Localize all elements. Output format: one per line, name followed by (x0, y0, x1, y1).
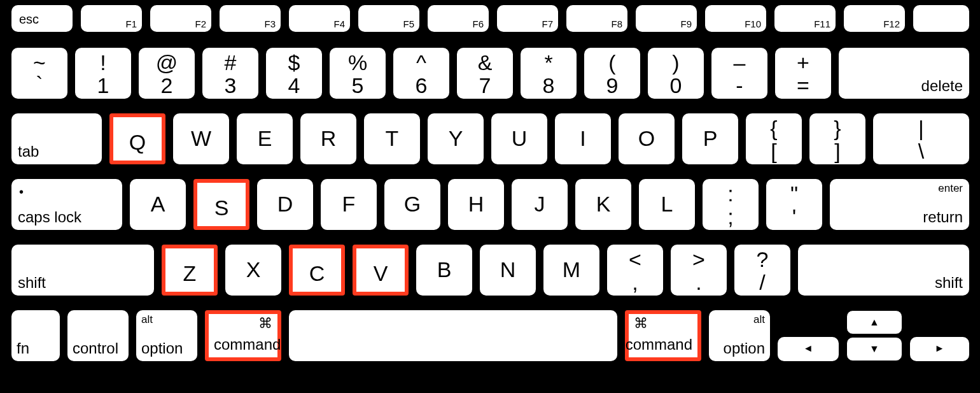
key-backslash[interactable]: | \ (873, 113, 969, 164)
key-control[interactable]: control (67, 310, 129, 361)
key-3[interactable]: # 3 (202, 48, 258, 99)
key-u[interactable]: U (491, 113, 547, 164)
key-power[interactable] (913, 5, 969, 32)
key-lower: ; (727, 206, 733, 227)
key-5[interactable]: % 5 (330, 48, 386, 99)
key-p[interactable]: P (682, 113, 738, 164)
key-7[interactable]: & 7 (457, 48, 513, 99)
key-s[interactable]: S (193, 179, 249, 230)
key-f2[interactable]: F2 (150, 5, 211, 32)
key-esc[interactable]: esc (11, 5, 73, 32)
key-slash[interactable]: ? / (734, 245, 790, 296)
key-f[interactable]: F (321, 179, 377, 230)
key-q[interactable]: Q (109, 113, 165, 164)
key-0[interactable]: ) 0 (648, 48, 704, 99)
key-arrow-down[interactable]: ▼ (846, 337, 902, 361)
key-n[interactable]: N (480, 245, 536, 296)
key-tilde[interactable]: ~ ` (11, 48, 67, 99)
key-f5[interactable]: F5 (358, 5, 419, 32)
key-h[interactable]: H (448, 179, 504, 230)
key-label: F12 (883, 19, 900, 29)
svg-line-17 (177, 34, 178, 35)
key-z[interactable]: Z (162, 245, 218, 296)
key-command-right[interactable]: ⌘ command (625, 310, 701, 361)
key-e[interactable]: E (237, 113, 293, 164)
arrow-down-icon: ▼ (869, 344, 879, 354)
key-a[interactable]: A (130, 179, 186, 230)
key-f3[interactable]: F3 (220, 5, 281, 32)
key-label: tab (18, 144, 39, 159)
key-f7[interactable]: F7 (497, 5, 558, 32)
key-delete[interactable]: delete (839, 48, 969, 99)
key-upper: + (797, 52, 809, 73)
key-semicolon[interactable]: : ; (703, 179, 759, 230)
key-d[interactable]: D (257, 179, 313, 230)
key-space[interactable] (289, 310, 617, 361)
key-option-left[interactable]: alt option (136, 310, 197, 361)
key-return[interactable]: enter return (830, 179, 969, 230)
key-o[interactable]: O (619, 113, 675, 164)
key-f11[interactable]: F11 (774, 5, 836, 32)
key-6[interactable]: ^ 6 (393, 48, 449, 99)
key-l[interactable]: L (639, 179, 695, 230)
key-command-left[interactable]: ⌘ command (205, 310, 281, 361)
svg-marker-43 (660, 34, 666, 43)
key-4[interactable]: $ 4 (266, 48, 322, 99)
key-f10[interactable]: F10 (705, 5, 766, 32)
key-b[interactable]: B (416, 245, 472, 296)
caps-indicator-icon: • (19, 185, 24, 198)
key-8[interactable]: * 8 (521, 48, 577, 99)
key-lower: 4 (288, 75, 300, 96)
key-w[interactable]: W (173, 113, 229, 164)
key-k[interactable]: K (575, 179, 631, 230)
key-f12[interactable]: F12 (844, 5, 905, 32)
key-9[interactable]: ( 9 (584, 48, 640, 99)
key-bracket-right[interactable]: } ] (809, 113, 865, 164)
key-lower: 3 (225, 75, 237, 96)
key-f9[interactable]: F9 (636, 5, 697, 32)
svg-line-29 (375, 38, 377, 39)
key-period[interactable]: > . (671, 245, 727, 296)
key-tab[interactable]: tab (11, 113, 102, 164)
key-c[interactable]: C (289, 245, 345, 296)
key-label: option (724, 341, 765, 356)
key-1[interactable]: ! 1 (75, 48, 131, 99)
key-label: T (386, 127, 399, 149)
key-bracket-left[interactable]: { [ (746, 113, 802, 164)
key-shift-left[interactable]: shift (11, 245, 154, 296)
key-option-right[interactable]: alt option (709, 310, 770, 361)
key-v[interactable]: V (353, 245, 409, 296)
key-r[interactable]: R (300, 113, 356, 164)
key-lower: ` (36, 73, 43, 95)
key-label: F11 (814, 19, 830, 29)
key-2[interactable]: @ 2 (139, 48, 195, 99)
key-x[interactable]: X (225, 245, 281, 296)
key-i[interactable]: I (555, 113, 611, 164)
key-m[interactable]: M (543, 245, 599, 296)
key-equals[interactable]: + = (775, 48, 831, 99)
key-arrow-up[interactable]: ▲ (846, 310, 902, 334)
key-f8[interactable]: F8 (566, 5, 627, 32)
key-y[interactable]: Y (428, 113, 484, 164)
key-arrow-left[interactable]: ◄ (778, 337, 839, 361)
key-label: D (277, 193, 293, 215)
key-lower: 5 (352, 75, 364, 96)
key-shift-right[interactable]: shift (798, 245, 969, 296)
key-quote[interactable]: " ' (766, 179, 822, 230)
key-f4[interactable]: F4 (289, 5, 350, 32)
key-t[interactable]: T (364, 113, 420, 164)
key-capslock[interactable]: • caps lock (11, 179, 122, 230)
key-label: F3 (264, 19, 276, 29)
key-comma[interactable]: < , (607, 245, 663, 296)
key-minus[interactable]: – - (711, 48, 767, 99)
key-label: shift (18, 275, 46, 290)
key-f1[interactable]: F1 (81, 5, 142, 32)
key-j[interactable]: J (512, 179, 568, 230)
key-lower: . (696, 271, 701, 293)
key-upper: % (348, 52, 367, 73)
key-fn[interactable]: fn (11, 310, 60, 361)
key-lower: 1 (97, 75, 109, 96)
key-arrow-right[interactable]: ► (910, 337, 969, 361)
key-f6[interactable]: F6 (428, 5, 489, 32)
key-g[interactable]: G (384, 179, 440, 230)
